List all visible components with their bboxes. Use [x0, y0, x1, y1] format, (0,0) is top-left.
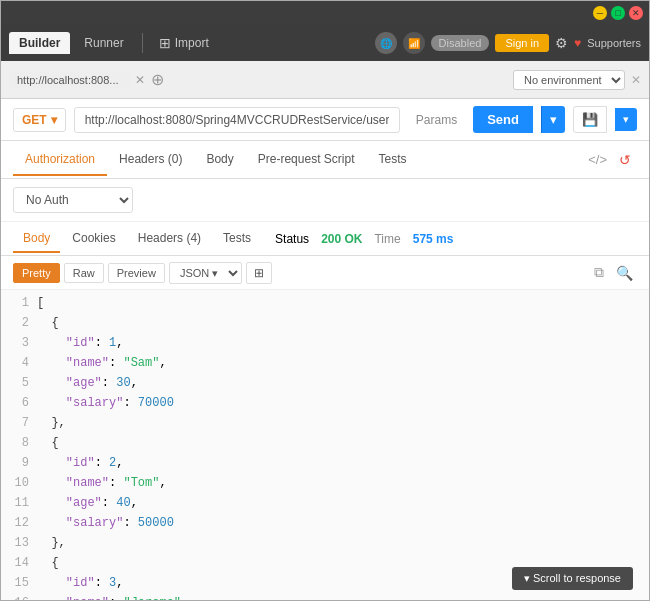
line-content: "id": 1, — [37, 334, 649, 354]
url-bar-row: http://localhost:808... ✕ ⊕ No environme… — [1, 61, 649, 99]
time-label: Time — [374, 232, 400, 246]
code-wrapper: 1[2 {3 "id": 1,4 "name": "Sam",5 "age": … — [1, 290, 649, 600]
code-line: 11 "age": 40, — [1, 494, 649, 514]
code-line: 12 "salary": 50000 — [1, 514, 649, 534]
line-content: "age": 30, — [37, 374, 649, 394]
line-number: 2 — [1, 314, 37, 334]
code-line: 9 "id": 2, — [1, 454, 649, 474]
line-number: 14 — [1, 554, 37, 574]
line-content: { — [37, 314, 649, 334]
line-number: 5 — [1, 374, 37, 394]
line-content: "salary": 70000 — [37, 394, 649, 414]
globe-icon[interactable]: 🌐 — [375, 32, 397, 54]
method-chevron: ▾ — [51, 113, 57, 127]
app-window: ─ □ ✕ Builder Runner ⊞ Import 🌐 📶 Disabl… — [0, 0, 650, 601]
line-number: 1 — [1, 294, 37, 314]
line-number: 10 — [1, 474, 37, 494]
code-line: 10 "name": "Tom", — [1, 474, 649, 494]
copy-icon[interactable]: ⧉ — [590, 262, 608, 283]
top-nav: Builder Runner ⊞ Import 🌐 📶 Disabled Sig… — [1, 25, 649, 61]
save-dropdown-btn[interactable]: ▾ — [615, 108, 637, 131]
line-number: 4 — [1, 354, 37, 374]
status-label: Status — [275, 232, 309, 246]
line-number: 7 — [1, 414, 37, 434]
window-controls: ─ □ ✕ — [593, 6, 643, 20]
format-icon-btn[interactable]: ⊞ — [246, 262, 272, 284]
response-tabrow: Body Cookies Headers (4) Tests Status 20… — [1, 222, 649, 256]
request-bar: GET ▾ Params Send ▾ 💾 ▾ — [1, 99, 649, 141]
tab-prerequest[interactable]: Pre-request Script — [246, 144, 367, 176]
refresh-icon[interactable]: ↺ — [613, 148, 637, 172]
code-line: 8 { — [1, 434, 649, 454]
code-line: 13 }, — [1, 534, 649, 554]
line-number: 8 — [1, 434, 37, 454]
import-icon: ⊞ — [159, 35, 171, 51]
maximize-btn[interactable]: □ — [611, 6, 625, 20]
save-btn[interactable]: 💾 — [573, 106, 607, 133]
line-content: [ — [37, 294, 649, 314]
send-btn[interactable]: Send — [473, 106, 533, 133]
line-number: 16 — [1, 594, 37, 600]
code-line: 3 "id": 1, — [1, 334, 649, 354]
tab-url-label: http://localhost:808... — [9, 71, 129, 89]
code-icon[interactable]: </> — [582, 148, 613, 171]
tab-authorization[interactable]: Authorization — [13, 144, 107, 176]
resp-tab-headers[interactable]: Headers (4) — [128, 225, 211, 253]
params-btn[interactable]: Params — [408, 109, 465, 131]
close-tab-btn[interactable]: ✕ — [135, 73, 145, 87]
disabled-badge[interactable]: Disabled — [431, 35, 490, 51]
resp-tab-cookies[interactable]: Cookies — [62, 225, 125, 253]
close-btn[interactable]: ✕ — [629, 6, 643, 20]
import-btn[interactable]: ⊞ Import — [151, 31, 217, 55]
format-select[interactable]: JSON ▾ — [169, 262, 242, 284]
json-response-area[interactable]: 1[2 {3 "id": 1,4 "name": "Sam",5 "age": … — [1, 290, 649, 600]
line-content: }, — [37, 534, 649, 554]
settings-icon[interactable]: ⚙ — [555, 35, 568, 51]
line-number: 15 — [1, 574, 37, 594]
nav-divider — [142, 33, 143, 53]
send-dropdown-btn[interactable]: ▾ — [541, 106, 565, 133]
code-line: 7 }, — [1, 414, 649, 434]
code-line: 16 "name": "Jerome", — [1, 594, 649, 600]
scroll-to-response-btn[interactable]: ▾ Scroll to response — [512, 567, 633, 590]
builder-tab[interactable]: Builder — [9, 32, 70, 54]
tab-tests[interactable]: Tests — [366, 144, 418, 176]
import-label: Import — [175, 36, 209, 50]
line-number: 13 — [1, 534, 37, 554]
env-close-icon[interactable]: ✕ — [631, 73, 641, 87]
env-select[interactable]: No environment — [513, 70, 625, 90]
tab-body[interactable]: Body — [194, 144, 245, 176]
titlebar: ─ □ ✕ — [1, 1, 649, 25]
raw-btn[interactable]: Raw — [64, 263, 104, 283]
line-number: 6 — [1, 394, 37, 414]
preview-btn[interactable]: Preview — [108, 263, 165, 283]
code-line: 6 "salary": 70000 — [1, 394, 649, 414]
status-value: 200 OK — [321, 232, 362, 246]
method-select[interactable]: GET ▾ — [13, 108, 66, 132]
nav-right: 🌐 📶 Disabled Sign in ⚙ ♥ Supporters — [375, 32, 641, 54]
line-number: 11 — [1, 494, 37, 514]
code-line: 4 "name": "Sam", — [1, 354, 649, 374]
code-line: 5 "age": 30, — [1, 374, 649, 394]
pretty-btn[interactable]: Pretty — [13, 263, 60, 283]
supporters-label[interactable]: Supporters — [587, 37, 641, 49]
method-label: GET — [22, 113, 47, 127]
heart-icon[interactable]: ♥ — [574, 36, 581, 50]
resp-tab-tests[interactable]: Tests — [213, 225, 261, 253]
code-line: 1[ — [1, 294, 649, 314]
time-value: 575 ms — [413, 232, 454, 246]
signal-icon[interactable]: 📶 — [403, 32, 425, 54]
tab-headers[interactable]: Headers (0) — [107, 144, 194, 176]
minimize-btn[interactable]: ─ — [593, 6, 607, 20]
resp-tab-body[interactable]: Body — [13, 225, 60, 253]
runner-tab[interactable]: Runner — [74, 32, 133, 54]
auth-type-select[interactable]: No Auth — [13, 187, 133, 213]
signin-btn[interactable]: Sign in — [495, 34, 549, 52]
line-content: "salary": 50000 — [37, 514, 649, 534]
request-tabrow: Authorization Headers (0) Body Pre-reque… — [1, 141, 649, 179]
response-toolbar: Pretty Raw Preview JSON ▾ ⊞ ⧉ 🔍 — [1, 256, 649, 290]
add-tab-btn[interactable]: ⊕ — [151, 70, 164, 89]
search-icon[interactable]: 🔍 — [612, 263, 637, 283]
url-input[interactable] — [74, 107, 400, 133]
line-content: "name": "Tom", — [37, 474, 649, 494]
